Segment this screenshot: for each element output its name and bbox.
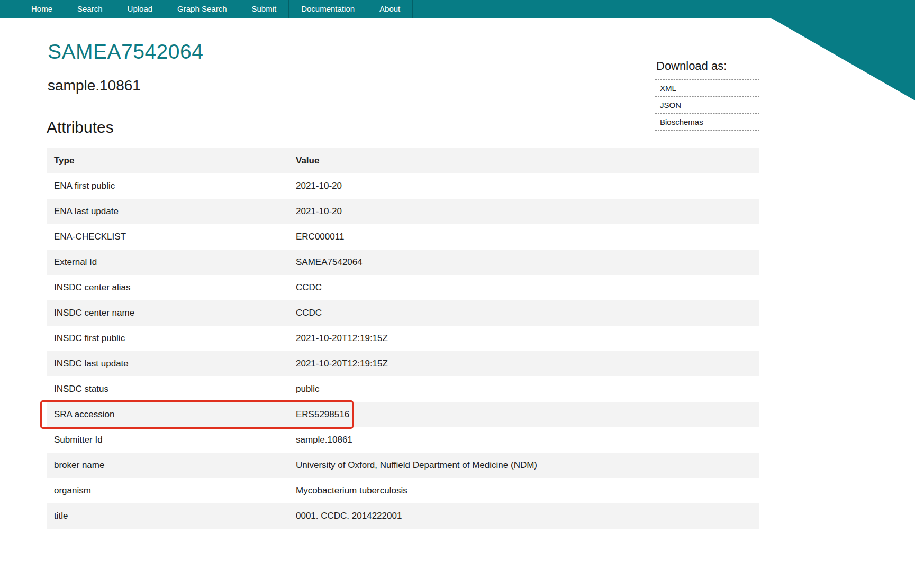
attribute-type: External Id	[47, 250, 288, 275]
table-row: INSDC center aliasCCDC	[47, 275, 759, 300]
attribute-type: ENA-CHECKLIST	[47, 224, 288, 250]
attribute-type: ENA last update	[47, 199, 288, 224]
attribute-value: ERS5298516	[288, 402, 759, 427]
nav-item-upload[interactable]: Upload	[115, 0, 166, 18]
table-row: ENA-CHECKLISTERC000011	[47, 224, 759, 250]
attribute-type: INSDC status	[47, 376, 288, 402]
attribute-type: INSDC first public	[47, 326, 288, 351]
attribute-value: sample.10861	[288, 427, 759, 453]
download-panel: Download as: XMLJSONBioschemas	[655, 59, 759, 131]
attribute-type: ENA first public	[47, 173, 288, 199]
nav-item-about[interactable]: About	[367, 0, 413, 18]
attribute-type: INSDC center name	[47, 300, 288, 326]
page-title: SAMEA7542064	[48, 40, 759, 63]
attribute-type: broker name	[47, 453, 288, 478]
main-content: SAMEA7542064 sample.10861 Download as: X…	[47, 40, 759, 529]
attributes-heading: Attributes	[47, 118, 759, 136]
nav-item-submit[interactable]: Submit	[239, 0, 289, 18]
download-option-bioschemas[interactable]: Bioschemas	[655, 114, 759, 131]
table-row: title0001. CCDC. 2014222001	[47, 503, 759, 529]
attribute-type: title	[47, 503, 288, 529]
attribute-value: ERC000011	[288, 224, 759, 250]
attribute-type: INSDC last update	[47, 351, 288, 376]
top-navbar: HomeSearchUploadGraph SearchSubmitDocume…	[0, 0, 915, 18]
attribute-type: organism	[47, 478, 288, 503]
table-row: INSDC center nameCCDC	[47, 300, 759, 326]
nav-item-search[interactable]: Search	[65, 0, 115, 18]
attribute-type: SRA accession	[47, 402, 288, 427]
attribute-value: public	[288, 376, 759, 402]
download-option-xml[interactable]: XML	[655, 79, 759, 97]
attribute-value: 2021-10-20	[288, 199, 759, 224]
attribute-type: INSDC center alias	[47, 275, 288, 300]
attribute-value: 2021-10-20T12:19:15Z	[288, 351, 759, 376]
attribute-value: 0001. CCDC. 2014222001	[288, 503, 759, 529]
table-row: SRA accessionERS5298516	[47, 402, 759, 427]
table-row: INSDC statuspublic	[47, 376, 759, 402]
table-row: ENA first public2021-10-20	[47, 173, 759, 199]
attribute-value: 2021-10-20	[288, 173, 759, 199]
column-header-type: Type	[47, 148, 288, 173]
attribute-value: SAMEA7542064	[288, 250, 759, 275]
table-row: organismMycobacterium tuberculosis	[47, 478, 759, 503]
table-row: External IdSAMEA7542064	[47, 250, 759, 275]
nav-item-home[interactable]: Home	[19, 0, 65, 18]
table-row: INSDC last update2021-10-20T12:19:15Z	[47, 351, 759, 376]
table-row: ENA last update2021-10-20	[47, 199, 759, 224]
download-as-label: Download as:	[656, 59, 759, 73]
table-row: Submitter Idsample.10861	[47, 427, 759, 453]
attributes-table: Type Value ENA first public2021-10-20ENA…	[47, 148, 759, 529]
table-header-row: Type Value	[47, 148, 759, 173]
organism-link[interactable]: Mycobacterium tuberculosis	[296, 485, 407, 496]
attribute-value: Mycobacterium tuberculosis	[288, 478, 759, 503]
corner-wedge-decoration	[771, 18, 915, 100]
table-row: INSDC first public2021-10-20T12:19:15Z	[47, 326, 759, 351]
attribute-type: Submitter Id	[47, 427, 288, 453]
attribute-value: CCDC	[288, 275, 759, 300]
download-options: XMLJSONBioschemas	[655, 79, 759, 131]
attribute-value: University of Oxford, Nuffield Departmen…	[288, 453, 759, 478]
attribute-value: 2021-10-20T12:19:15Z	[288, 326, 759, 351]
nav-item-graph-search[interactable]: Graph Search	[165, 0, 239, 18]
attributes-table-body: ENA first public2021-10-20ENA last updat…	[47, 173, 759, 529]
download-option-json[interactable]: JSON	[655, 97, 759, 114]
nav-list: HomeSearchUploadGraph SearchSubmitDocume…	[19, 0, 413, 18]
table-row: broker nameUniversity of Oxford, Nuffiel…	[47, 453, 759, 478]
column-header-value: Value	[288, 148, 759, 173]
attribute-value: CCDC	[288, 300, 759, 326]
sample-name: sample.10861	[48, 77, 759, 94]
nav-item-documentation[interactable]: Documentation	[289, 0, 367, 18]
